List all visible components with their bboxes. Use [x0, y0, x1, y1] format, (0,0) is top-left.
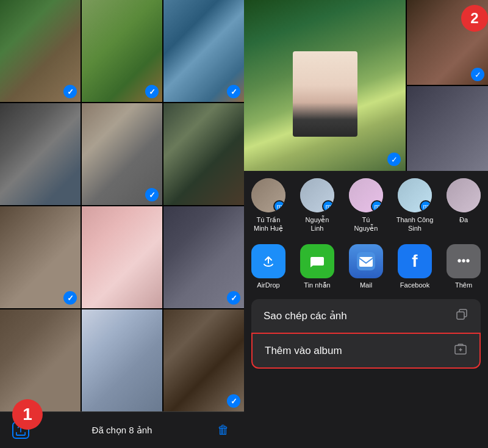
messages-label: Tin nhắn — [304, 281, 330, 289]
number-badge-2: 2 — [461, 5, 488, 32]
photo-cell-7[interactable]: ✓ — [0, 206, 81, 308]
contact-name-4: Thanh CôngSinh — [396, 215, 434, 233]
photo-cell-11[interactable] — [82, 309, 162, 411]
share-app-mail[interactable]: Mail — [342, 244, 390, 289]
photo-cell-4[interactable] — [0, 103, 81, 205]
contact-name-3: TúNguyễn — [354, 215, 378, 233]
photo-cell-2[interactable]: ✓ — [82, 0, 162, 102]
airdrop-icon — [251, 244, 285, 278]
checkmark-9: ✓ — [227, 291, 240, 305]
photo-grid: ✓ ✓ ✓ ✓ ✓ ✓ ✓ — [0, 0, 244, 411]
contact-badge-2: m — [322, 200, 334, 212]
number-badge-1: 1 — [12, 399, 43, 430]
add-to-album-label: Thêm vào album — [265, 345, 454, 357]
share-app-more[interactable]: ••• Thêm — [439, 244, 488, 289]
photo-cell-8[interactable] — [82, 206, 162, 308]
checkmark-7: ✓ — [63, 291, 77, 305]
preview-area-wrapper: ✓ ✓ 2 — [244, 0, 488, 171]
contact-item-1[interactable]: m Tú TrầnMinh Huệ — [244, 178, 293, 233]
contact-name-1: Tú TrầnMinh Huệ — [254, 215, 283, 233]
photo-cell-5[interactable]: ✓ — [82, 103, 162, 205]
facebook-label: Facebook — [400, 281, 429, 289]
svg-rect-4 — [457, 312, 464, 319]
contact-avatar-4: m — [398, 178, 432, 212]
contact-badge-1: m — [273, 200, 285, 212]
right-panel: ✓ ✓ 2 m Tú TrầnMinh Huệ — [244, 0, 488, 448]
mail-label: Mail — [360, 281, 372, 289]
share-app-facebook[interactable]: f Facebook — [390, 244, 439, 289]
checkmark-5: ✓ — [145, 188, 159, 201]
share-app-airdrop[interactable]: AirDrop — [244, 244, 293, 289]
copy-photos-label: Sao chép các ảnh — [264, 309, 455, 322]
contact-avatar-1: m — [251, 178, 285, 212]
contact-badge-3: m — [371, 200, 383, 212]
photo-cell-9[interactable]: ✓ — [163, 206, 244, 308]
checkmark-12: ✓ — [227, 394, 240, 408]
photo-cell-12[interactable]: ✓ — [163, 309, 244, 411]
contact-item-4[interactable]: m Thanh CôngSinh — [390, 178, 439, 233]
airdrop-label: AirDrop — [257, 281, 279, 289]
contact-avatar-5 — [447, 178, 481, 212]
preview-side-bottom-photo[interactable] — [407, 86, 488, 171]
share-app-messages[interactable]: Tin nhắn — [293, 244, 342, 289]
copy-photos-action[interactable]: Sao chép các ảnh — [251, 299, 481, 333]
left-panel: ✓ ✓ ✓ ✓ ✓ ✓ ✓ 1 — [0, 0, 244, 448]
contact-avatar-3: m — [349, 178, 383, 212]
photo-cell-3[interactable]: ✓ — [163, 0, 244, 102]
photo-cell-10[interactable] — [0, 309, 81, 411]
add-to-album-action[interactable]: Thêm vào album — [251, 333, 481, 369]
contacts-row: m Tú TrầnMinh Huệ m NguyễnLinh m TúNguyễ… — [244, 171, 488, 238]
checkmark-3: ✓ — [227, 85, 240, 98]
mail-icon — [349, 244, 383, 278]
more-icon: ••• — [447, 244, 481, 278]
contact-name-2: NguyễnLinh — [306, 215, 329, 233]
copy-photos-icon — [455, 308, 468, 324]
delete-button[interactable]: 🗑 — [215, 422, 232, 439]
share-apps-row: AirDrop Tin nhắn Mail f Fac — [244, 238, 488, 294]
contact-badge-4: m — [420, 200, 432, 212]
contact-item-5[interactable]: Đa — [439, 178, 488, 233]
svg-rect-3 — [359, 257, 373, 267]
messages-icon — [300, 244, 334, 278]
checkmark-2: ✓ — [145, 85, 159, 98]
photo-cell-6[interactable] — [163, 103, 244, 205]
checkmark-1: ✓ — [63, 85, 77, 98]
contact-item-3[interactable]: m TúNguyễn — [342, 178, 390, 233]
contact-item-2[interactable]: m NguyễnLinh — [293, 178, 342, 233]
selected-count-label: Đã chọn 8 ảnh — [92, 425, 152, 436]
add-to-album-icon — [454, 342, 467, 359]
preview-side-checkmark: ✓ — [471, 68, 484, 81]
contact-avatar-2: m — [300, 178, 334, 212]
preview-area: ✓ ✓ — [244, 0, 488, 171]
preview-main-photo[interactable]: ✓ — [244, 0, 406, 171]
more-label: Thêm — [455, 281, 472, 289]
photo-cell-1[interactable]: ✓ — [0, 0, 81, 102]
contact-name-5: Đa — [459, 215, 468, 224]
facebook-icon: f — [398, 244, 432, 278]
